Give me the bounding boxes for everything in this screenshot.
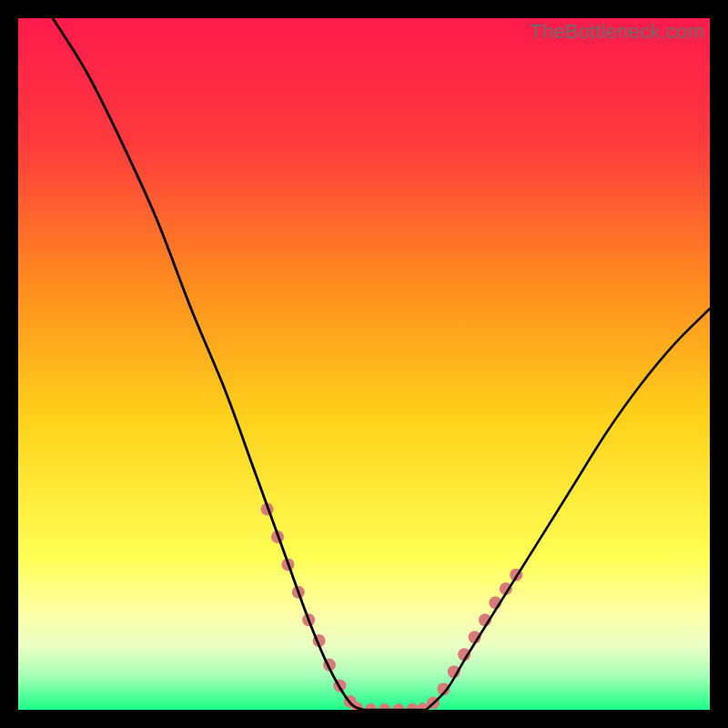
chart-canvas [18, 18, 710, 710]
left-falling-curve [53, 18, 364, 710]
watermark-label: TheBottleneck.com [530, 20, 704, 44]
right-rising-curve [426, 308, 710, 710]
data-points-layer [261, 503, 523, 710]
chart-frame: TheBottleneck.com [18, 18, 710, 710]
